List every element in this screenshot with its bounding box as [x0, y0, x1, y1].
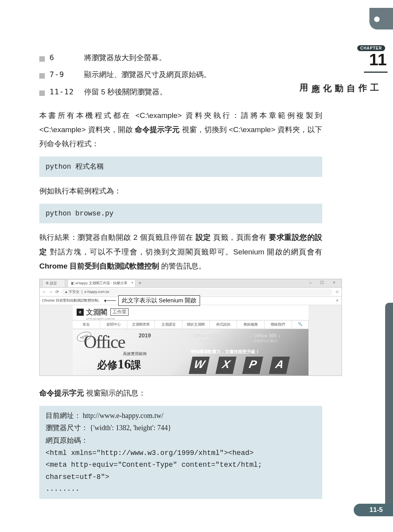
code-block-python-browse: python browse.py [39, 204, 322, 224]
chapter-title: 工作自動化應用 [298, 77, 380, 78]
star-icon[interactable]: ☆ [335, 289, 339, 295]
paragraph-cmd-output: 命令提示字元 視窗顯示的訊息： [39, 386, 322, 400]
code-block-output: 目前網址： http://www.e-happy.com.tw/ 瀏覽器尺寸： … [39, 406, 322, 499]
tab-label: eHappy 文淵閣工作室 - 快樂分享 [75, 281, 127, 285]
office-wordmark: Office [84, 331, 125, 352]
nav-item[interactable]: 程式諮詢 [210, 320, 237, 329]
line-desc: 將瀏覽器放大到全螢幕。 [84, 52, 166, 64]
reload-icon[interactable]: ⟳ [55, 289, 59, 295]
banner-title: 必修16課 [97, 357, 141, 372]
automation-warning-text: Chrome 目前受到自動測試軟體控制。 [42, 298, 102, 303]
back-icon[interactable]: ← [42, 289, 46, 294]
line-range: 7-9 [50, 68, 84, 81]
forward-icon[interactable]: → [49, 289, 53, 294]
nav-item[interactable]: 教師服務 [237, 320, 264, 329]
close-infobar-icon[interactable]: × [336, 298, 338, 303]
line-range: 6 [50, 51, 84, 64]
security-indicator: ▲ 不安全 [64, 290, 79, 294]
arrow-icon [104, 300, 116, 301]
list-item: 7-9 顯示網址、瀏覽器尺寸及網頁原始碼。 [39, 68, 322, 81]
site-nav: 首頁 新聞中心 文淵閣書庫 文淵講堂 關於文淵閣 程式諮詢 教師服務 聯絡我們 … [73, 320, 309, 329]
browser-tab-settings[interactable]: ⚙ 設定 [42, 279, 65, 287]
new-tab-button[interactable]: + [139, 280, 141, 286]
page-content: 6 將瀏覽器放大到全螢幕。 7-9 顯示網址、瀏覽器尺寸及網頁原始碼。 11-1… [0, 0, 346, 499]
tab-label: 設定 [50, 281, 57, 285]
app-letter-tiles: W X P A [191, 357, 288, 374]
nav-item[interactable]: 文淵閣書庫 [127, 320, 155, 329]
banner-subtitle: 高效實用範例 [123, 351, 147, 357]
line-desc: 顯示網址、瀏覽器尺寸及網頁原始碼。 [84, 68, 211, 81]
square-bullet-icon [39, 73, 45, 79]
logo-mark-icon: e [77, 309, 84, 316]
browser-screenshot: ⚙ 設定 ◧ eHappy 文淵閣工作室 - 快樂分享 × + – ☐ × ← … [39, 279, 342, 376]
browser-titlebar: ⚙ 設定 ◧ eHappy 文淵閣工作室 - 快樂分享 × + – ☐ × [40, 279, 342, 288]
line-range: 11-12 [50, 85, 84, 98]
logo-subtitle: 工作室 [110, 308, 129, 316]
chapter-number: 11 [369, 50, 386, 69]
letter-tile: W [189, 357, 209, 374]
nav-item[interactable]: 首頁 [73, 320, 100, 329]
nav-item[interactable]: 關於文淵閣 [182, 320, 210, 329]
line-desc: 停留 5 秒後關閉瀏覽器。 [84, 86, 167, 98]
chapter-divider [364, 72, 387, 73]
close-tab-icon[interactable]: × [131, 281, 133, 285]
side-notch-decoration [369, 8, 393, 29]
url-text: e-happy.com.tw [84, 290, 109, 294]
office-year: 2019 [139, 332, 151, 339]
square-bullet-icon [39, 90, 45, 96]
list-item: 11-12 停留 5 秒後關閉瀏覽器。 [39, 85, 322, 98]
logo-text: 文淵閣 [86, 307, 107, 317]
letter-tile: X [215, 357, 236, 374]
hero-banner: NEW! Office 2019 高效實用範例 必修16課 ❨ Office 2… [73, 329, 309, 376]
page-number: 11-5 [354, 504, 393, 516]
square-bullet-icon [39, 56, 45, 62]
search-icon[interactable]: 🔍 [292, 320, 309, 329]
laurel-right: ❨ Office 365 ❩ 雲端整合行動力 [242, 333, 289, 344]
url-field[interactable]: ▲ 不安全 | e-happy.com.tw [61, 289, 333, 295]
automation-info-bar: Chrome 目前受到自動測試軟體控制。 此文字表示以 Selenium 開啟 … [40, 296, 342, 305]
paragraph-example: 例如執行本範例程式為： [39, 184, 322, 198]
list-item: 6 將瀏覽器放大到全螢幕。 [39, 51, 322, 64]
laurel-separator: × [234, 337, 237, 342]
browser-tab-ehappy[interactable]: ◧ eHappy 文淵閣工作室 - 快樂分享 × [68, 279, 136, 287]
favicon-icon: ◧ [71, 281, 75, 285]
paragraph-setup: 本書所有本機程式都在 <C:\example> 資料夾執行：請將本章範例複製到 … [39, 109, 322, 151]
window-controls[interactable]: – ☐ × [309, 280, 339, 285]
banner-tagline: 增強職場軟實力，文書技能更升級！ [191, 349, 260, 355]
paragraph-result: 執行結果：瀏覽器自動開啟 2 個頁籤且停留在 設定 頁籤，頁面會有 要求重設您的… [39, 230, 322, 273]
nav-item[interactable]: 聯絡我們 [264, 320, 292, 329]
line-explanation-list: 6 將瀏覽器放大到全螢幕。 7-9 顯示網址、瀏覽器尺寸及網頁原始碼。 11-1… [39, 51, 322, 98]
site-logo-row: e 文淵閣 工作室 [73, 305, 309, 319]
letter-tile: P [242, 357, 263, 374]
annotation-callout: 此文字表示以 Selenium 開啟 [118, 295, 200, 306]
nav-item[interactable]: 文淵講堂 [155, 320, 182, 329]
gear-icon: ⚙ [46, 281, 49, 285]
nav-item[interactable]: 新聞中心 [100, 320, 128, 329]
side-dark-bar [385, 303, 393, 507]
code-block-python-generic: python 程式名稱 [39, 156, 322, 177]
letter-tile: A [269, 357, 290, 374]
website-content: e 文淵閣 工作室 HTTP://E-HAPPY.COM.TW 首頁 新聞中心 … [40, 305, 342, 376]
laurel-left: ❨ Office 2019 ❩ 重磅更新 [183, 333, 230, 344]
